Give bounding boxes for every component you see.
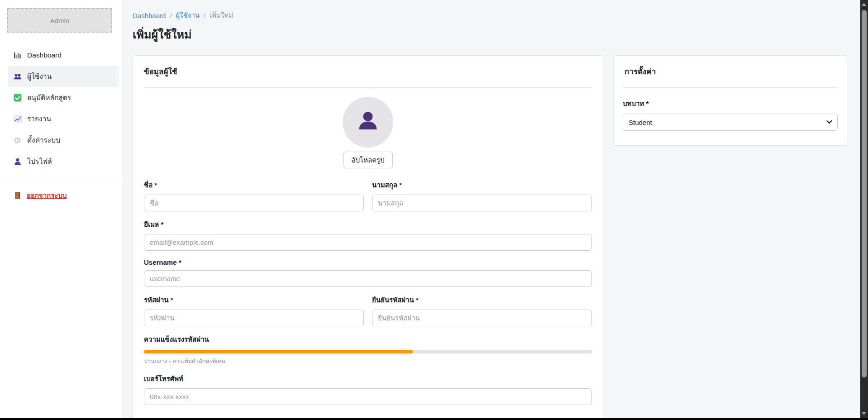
user-card-title: ข้อมูลผู้ใช้: [133, 56, 603, 77]
last-name-input[interactable]: [372, 195, 592, 211]
sidebar-item-label: ผู้ใช้งาน: [27, 71, 52, 82]
sidebar-item-reports[interactable]: รายงาน: [8, 108, 119, 129]
username-field-group: Username *: [144, 258, 592, 287]
password-field-group: รหัสผ่าน *: [144, 295, 364, 326]
confirm-password-field-group: ยืนยันรหัสผ่าน *: [372, 295, 592, 326]
person-silhouette-icon: [355, 109, 381, 136]
upload-photo-button[interactable]: อัปโหลดรูป: [343, 152, 393, 168]
user-info-card: ข้อมูลผู้ใช้ อัปโหลดรูป: [133, 55, 603, 420]
avatar-section: อัปโหลดรูป: [133, 97, 603, 168]
email-input[interactable]: [144, 234, 592, 251]
password-strength-label: ความแข็งแรงรหัสผ่าน: [144, 334, 592, 345]
logout-label: ออกจากระบบ: [27, 190, 67, 201]
door-icon: [14, 191, 22, 200]
sidebar-divider: [0, 179, 121, 179]
settings-card: การตั้งค่า บทบาท * Student: [613, 55, 847, 146]
first-name-label: ชื่อ *: [144, 180, 364, 191]
breadcrumb-separator: /: [204, 12, 205, 19]
sidebar-item-system-settings[interactable]: ตั้งค่าระบบ: [8, 129, 119, 151]
brand-label: Admin: [50, 17, 70, 24]
user-form: ชื่อ * นามสกุล * อีเมล * Username: [133, 168, 603, 420]
brand-box: Admin: [7, 8, 112, 33]
sidebar-item-label: ตั้งค่าระบบ: [27, 134, 60, 146]
scroll-up-arrow-icon[interactable]: [862, 3, 866, 6]
person-icon: [14, 158, 22, 166]
bar-chart-icon: [14, 51, 22, 59]
confirm-password-label: ยืนยันรหัสผ่าน *: [372, 295, 592, 305]
first-name-input[interactable]: [144, 195, 364, 211]
password-strength-track: [144, 350, 592, 353]
password-label: รหัสผ่าน *: [144, 295, 364, 305]
settings-card-title: การตั้งค่า: [614, 56, 847, 77]
role-select[interactable]: Student: [623, 114, 838, 131]
sidebar-item-label: อนุมัติหลักสูตร: [27, 92, 71, 103]
vertical-scrollbar: [860, 0, 868, 418]
breadcrumb: Dashboard / ผู้ใช้งาน / เพิ่มใหม่: [133, 10, 860, 21]
password-input[interactable]: [144, 310, 364, 326]
taskbar-edge: [0, 418, 868, 420]
sidebar-item-dashboard[interactable]: Dashboard: [8, 44, 119, 66]
breadcrumb-dashboard[interactable]: Dashboard: [133, 12, 166, 19]
breadcrumb-users[interactable]: ผู้ใช้งาน: [176, 10, 200, 21]
avatar: [343, 97, 393, 148]
role-select-wrap: Student: [623, 114, 838, 131]
last-name-label: นามสกุล *: [372, 180, 592, 191]
sidebar-item-label: รายงาน: [27, 113, 51, 124]
gear-icon: [14, 136, 22, 144]
password-strength-fill: [144, 350, 413, 353]
check-icon: [14, 94, 22, 102]
phone-input[interactable]: [144, 388, 592, 405]
cards-row: ข้อมูลผู้ใช้ อัปโหลดรูป: [133, 55, 860, 420]
card-divider: [144, 87, 592, 88]
sidebar-nav: Dashboard ผู้ใช้งาน: [0, 44, 121, 172]
password-strength-section: ความแข็งแรงรหัสผ่าน ปานกลาง - ควรเพิ่มตั…: [144, 334, 592, 366]
app-window: Admin Dashboard: [0, 0, 868, 420]
scroll-down-arrow-icon[interactable]: [862, 412, 866, 415]
trend-chart-icon: [14, 115, 22, 123]
phone-field-group: เบอร์โทรศัพท์: [144, 373, 592, 405]
last-name-field-group: นามสกุล *: [372, 180, 592, 211]
page-title: เพิ่มผู้ใช้ใหม่: [133, 28, 860, 42]
sidebar-item-users[interactable]: ผู้ใช้งาน: [8, 66, 119, 87]
main-content: Dashboard / ผู้ใช้งาน / เพิ่มใหม่ เพิ่มผ…: [122, 0, 860, 418]
sidebar: Admin Dashboard: [0, 0, 121, 418]
sidebar-item-approve-courses[interactable]: อนุมัติหลักสูตร: [8, 87, 119, 108]
confirm-password-input[interactable]: [372, 310, 592, 326]
role-label: บทบาท *: [623, 98, 838, 109]
email-field-group: อีเมล *: [144, 219, 592, 251]
logout-link[interactable]: ออกจากระบบ: [0, 186, 121, 205]
email-label: อีเมล *: [144, 219, 592, 230]
username-input[interactable]: [144, 270, 592, 287]
users-icon: [14, 72, 22, 81]
password-strength-note: ปานกลาง - ควรเพิ่มตัวอักษรพิเศษ: [144, 357, 592, 366]
sidebar-item-profile[interactable]: โปรไฟล์: [8, 151, 119, 172]
breadcrumb-current: เพิ่มใหม่: [210, 10, 233, 21]
first-name-field-group: ชื่อ *: [144, 180, 364, 211]
scrollbar-thumb[interactable]: [862, 10, 867, 377]
sidebar-item-label: Dashboard: [27, 51, 62, 59]
username-label: Username *: [144, 258, 592, 266]
phone-label: เบอร์โทรศัพท์: [144, 373, 592, 384]
sidebar-item-label: โปรไฟล์: [27, 156, 52, 167]
breadcrumb-separator: /: [170, 12, 172, 19]
settings-body: บทบาท * Student: [614, 88, 847, 145]
